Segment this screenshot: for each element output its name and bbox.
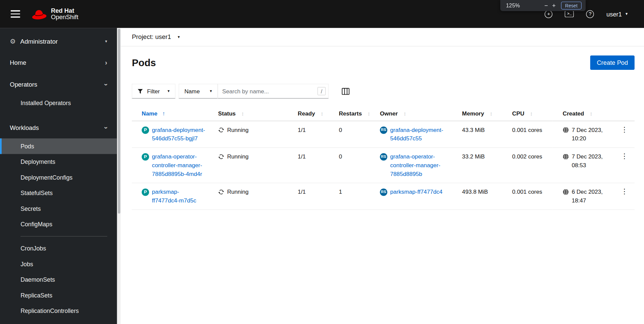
workloads-subnav: Pods Deployments DeploymentConfigs State… — [0, 138, 117, 324]
attribute-label: Name — [184, 88, 200, 95]
filter-label: Filter — [147, 88, 160, 95]
masthead-utilities: + >_ ? user1 ▾ — [545, 10, 644, 18]
created-timestamp: 6 Dec 2023, 18:47 — [572, 188, 606, 205]
sidebar-item-secrets[interactable]: Secrets — [0, 201, 117, 216]
sidebar-item-jobs[interactable]: Jobs — [0, 256, 117, 272]
username: user1 — [606, 10, 622, 17]
sidebar-item-replicasets[interactable]: ReplicaSets — [0, 287, 117, 303]
brand-line1: Red Hat — [51, 7, 79, 14]
sidebar-item-deployments[interactable]: Deployments — [0, 154, 117, 170]
running-sync-icon — [218, 153, 224, 159]
kebab-menu-button[interactable]: ⋮ — [618, 188, 630, 196]
project-selector[interactable]: Project: user1 ▾ — [132, 33, 180, 41]
search-attribute-dropdown[interactable]: Name ▾ — [179, 84, 218, 99]
column-header-created[interactable]: Created↕ — [553, 106, 608, 121]
brand-line2: OpenShift — [51, 14, 79, 21]
pod-name-link[interactable]: grafana-operator-controller-manager-7885… — [152, 152, 206, 178]
column-header-memory[interactable]: Memory↕ — [452, 106, 502, 121]
sidebar-nav: ⚙ Administrator ▾ Home › Operators › Ins… — [0, 28, 117, 324]
column-header-ready[interactable]: Ready↕ — [288, 106, 329, 121]
replicaset-badge: RS — [380, 188, 387, 196]
sidebar-item-statefulsets[interactable]: StatefulSets — [0, 185, 117, 201]
nav-toggle-hamburger-icon[interactable] — [7, 5, 25, 23]
replicaset-badge: RS — [380, 126, 387, 134]
help-icon[interactable]: ? — [586, 10, 594, 18]
zoom-level: 125% — [506, 2, 520, 8]
replicaset-badge: RS — [380, 153, 387, 160]
scrollbar-thumb[interactable] — [118, 29, 120, 214]
pod-name-link[interactable]: parksmap-ff7477dc4-m7d5c — [152, 188, 206, 205]
kebab-menu-button[interactable]: ⋮ — [618, 126, 630, 134]
list-toolbar: Filter ▾ Name ▾ / — [121, 70, 644, 99]
restarts-value: 1 — [339, 188, 342, 195]
pods-table: Name↑ Status↕ Ready↕ Restarts↕ Owner↕ — [132, 106, 635, 210]
page-title: Pods — [132, 57, 156, 68]
chevron-down-icon: ▾ — [178, 35, 180, 39]
created-timestamp: 7 Dec 2023, 08:53 — [572, 152, 606, 170]
sidebar-scrollbar[interactable] — [117, 28, 121, 324]
column-header-status[interactable]: Status↕ — [208, 106, 288, 121]
pod-name-link[interactable]: grafana-deployment-546dd57c55-bgjl7 — [152, 126, 206, 143]
owner-link[interactable]: parksmap-ff7477dc4 — [390, 188, 443, 196]
filter-dropdown[interactable]: Filter ▾ — [132, 84, 176, 99]
sidebar-item-configmaps[interactable]: ConfigMaps — [0, 217, 117, 232]
sidebar-item-deploymentconfigs[interactable]: DeploymentConfigs — [0, 170, 117, 185]
zoom-out-button[interactable]: − — [542, 2, 550, 9]
sidebar-item-replicationcontrollers[interactable]: ReplicationControllers — [0, 303, 117, 319]
chevron-down-icon: ▾ — [105, 39, 107, 43]
timestamp-globe-icon — [563, 189, 569, 195]
status-text: Running — [227, 152, 248, 161]
quick-create-plus-icon[interactable]: + — [545, 10, 553, 18]
sidebar-section-home[interactable]: Home › — [0, 52, 117, 74]
redhat-openshift-logo[interactable]: Red Hat OpenShift — [31, 7, 78, 20]
sidebar-item-pods[interactable]: Pods — [0, 138, 117, 154]
chevron-right-icon: › — [105, 59, 107, 66]
owner-link[interactable]: grafana-operator-controller-manager-7885… — [390, 152, 450, 178]
owner-link[interactable]: grafana-deployment-546dd57c55 — [390, 126, 450, 143]
column-header-owner[interactable]: Owner↕ — [370, 106, 452, 121]
status-text: Running — [227, 188, 248, 196]
running-sync-icon — [218, 189, 224, 195]
zoom-in-button[interactable]: + — [550, 2, 558, 9]
hamburger-bar — [11, 16, 20, 17]
pod-badge: P — [142, 153, 149, 160]
manage-columns-icon — [342, 88, 350, 95]
kebab-menu-button[interactable]: ⋮ — [618, 152, 630, 160]
column-header-cpu[interactable]: CPU↕ — [502, 106, 553, 121]
restarts-value: 0 — [339, 127, 342, 133]
table-row: P grafana-operator-controller-manager-78… — [132, 148, 635, 183]
search-group: / — [218, 84, 328, 99]
sort-icon: ↕ — [490, 110, 493, 117]
project-label: Project: user1 — [132, 33, 171, 41]
column-header-name[interactable]: Name↑ — [132, 106, 209, 121]
cpu-value: 0.001 cores — [512, 127, 542, 133]
perspective-switcher[interactable]: ⚙ Administrator ▾ — [0, 28, 117, 52]
chevron-down-icon: › — [103, 83, 109, 86]
manage-columns-button[interactable] — [341, 87, 350, 96]
chevron-down-icon: › — [103, 127, 109, 129]
table-row: P grafana-deployment-546dd57c55-bgjl7 Ru… — [132, 121, 635, 148]
openshift-console: Red Hat OpenShift + >_ ? user1 ▾ 125% − … — [0, 0, 644, 324]
sidebar-section-operators[interactable]: Operators › — [0, 74, 117, 95]
pod-badge: P — [142, 188, 149, 196]
ready-value: 1/1 — [298, 188, 306, 195]
operators-subnav: Installed Operators — [0, 95, 117, 117]
column-header-restarts[interactable]: Restarts↕ — [329, 106, 370, 121]
section-label: Operators — [10, 81, 37, 88]
cli-terminal-icon[interactable]: >_ — [565, 11, 574, 17]
user-menu[interactable]: user1 ▾ — [606, 10, 628, 17]
create-pod-button[interactable]: Create Pod — [590, 55, 635, 70]
sidebar-item-installed-operators[interactable]: Installed Operators — [0, 95, 117, 111]
slash-shortcut-hint: / — [318, 87, 326, 95]
search-input[interactable] — [218, 84, 328, 99]
memory-value: 33.2 MiB — [462, 153, 485, 160]
zoom-reset-button[interactable]: Reset — [561, 2, 582, 9]
sidebar-item-daemonsets[interactable]: DaemonSets — [0, 272, 117, 287]
sidebar-section-workloads[interactable]: Workloads › — [0, 117, 117, 138]
sort-icon: ↕ — [321, 110, 323, 117]
sidebar-item-cronjobs[interactable]: CronJobs — [0, 241, 117, 256]
table-header-row: Name↑ Status↕ Ready↕ Restarts↕ Owner↕ — [132, 106, 635, 121]
nav-divider — [20, 236, 107, 236]
running-sync-icon — [218, 127, 224, 133]
restarts-value: 0 — [339, 153, 342, 160]
